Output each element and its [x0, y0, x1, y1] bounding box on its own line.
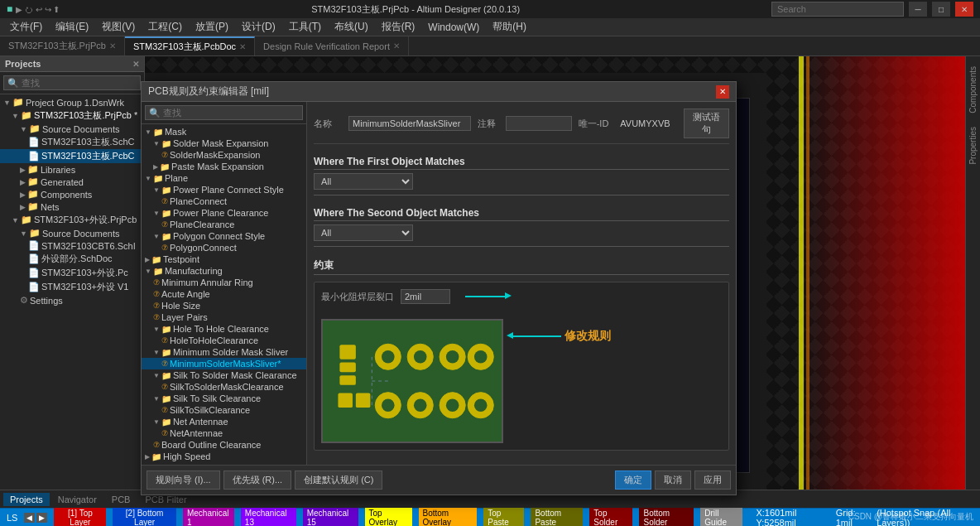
- minimize-button[interactable]: ─: [909, 2, 927, 17]
- rule-solder-exp[interactable]: ▼ 📁 Solder Mask Expansion: [142, 138, 306, 149]
- ok-button[interactable]: 确定: [615, 471, 651, 490]
- rule-hole-size[interactable]: ⑦ Hole Size: [142, 300, 306, 311]
- rule-silk-silk-item[interactable]: ⑦ SilkToSilkClearance: [142, 404, 306, 416]
- menu-file[interactable]: 文件(F): [3, 18, 49, 36]
- rule-net-ant-item[interactable]: ⑦ NetAntennae: [142, 427, 306, 439]
- name-input[interactable]: [348, 116, 471, 131]
- tab-close-icon[interactable]: ✕: [109, 41, 116, 51]
- menu-help[interactable]: 帮助(H): [486, 18, 533, 36]
- tree-item-pcbc[interactable]: 📄 STM32F103主板.PcbC: [0, 149, 144, 163]
- tree-item-ext-sch[interactable]: 📄 外设部分.SchDoc: [0, 252, 144, 266]
- tab-drc-close-icon[interactable]: ✕: [393, 41, 400, 51]
- priority-button[interactable]: 优先级 (R)...: [223, 471, 292, 490]
- tree-item-nets[interactable]: ▶ 📁 Nets: [0, 200, 144, 213]
- rule-silk-solder-cl[interactable]: ▼ 📁 Silk To Solder Mask Clearance: [142, 369, 306, 381]
- tree-item-ext-pcb[interactable]: 📄 STM32F103+外设.Pc: [0, 266, 144, 280]
- menu-reports[interactable]: 报告(R): [375, 18, 422, 36]
- rule-min-solder-item[interactable]: ⑦ MinimumSolderMaskSliver*: [142, 358, 306, 369]
- layer-mech15-button[interactable]: Mechanical 15: [303, 508, 358, 527]
- menu-edit[interactable]: 编辑(E): [49, 18, 95, 36]
- rule-min-solder[interactable]: ▼ 📁 Minimum Solder Mask Sliver: [142, 346, 306, 358]
- rule-hole-clearance[interactable]: ▼ 📁 Hole To Hole Clearance: [142, 323, 306, 335]
- comment-input[interactable]: [506, 116, 572, 131]
- where-second-select[interactable]: All: [314, 224, 413, 241]
- tab-drc[interactable]: Design Rule Verification Report ✕: [255, 36, 409, 55]
- maximize-button[interactable]: □: [932, 2, 950, 17]
- layer-topsolder-button[interactable]: Top Solder: [589, 508, 632, 527]
- tab-pcbdoc[interactable]: STM32F103主板.PcbDoc ✕: [125, 36, 255, 55]
- sidebar-search-input[interactable]: [3, 75, 141, 90]
- tree-item-ext-source[interactable]: ▼ 📁 Source Documents: [0, 227, 144, 239]
- test-btn[interactable]: 测试语句: [684, 109, 730, 138]
- right-tab-properties[interactable]: Properties: [967, 120, 979, 171]
- menu-tools[interactable]: 工具(T): [282, 18, 328, 36]
- tree-item-generated[interactable]: ▶ 📁 Generated: [0, 176, 144, 188]
- tree-item-libraries[interactable]: ▶ 📁 Libraries: [0, 163, 144, 176]
- layer-topoverlay-button[interactable]: Top Overlay: [365, 508, 412, 527]
- min-sliver-input[interactable]: [401, 289, 450, 304]
- menu-place[interactable]: 放置(P): [189, 18, 235, 36]
- nav-prev[interactable]: ◀: [24, 513, 35, 523]
- rule-plane[interactable]: ▼ 📁 Plane: [142, 172, 306, 184]
- title-search-input[interactable]: [771, 2, 904, 17]
- rule-plane-clearance-item[interactable]: ⑦ PlaneClearance: [142, 219, 306, 230]
- rule-testpoint[interactable]: ▶ 📁 Testpoint: [142, 253, 306, 265]
- layer-mech13-button[interactable]: Mechanical 13: [241, 508, 296, 527]
- rules-search-input[interactable]: [145, 105, 303, 120]
- bottom-tab-pcb[interactable]: PCB: [105, 493, 137, 506]
- tree-item-ext-prj[interactable]: ▼ 📁 STM32F103+外设.PrjPcb: [0, 213, 144, 227]
- rule-silk-silk[interactable]: ▼ 📁 Silk To Silk Clearance: [142, 393, 306, 404]
- tree-item-source-docs[interactable]: ▼ 📁 Source Documents: [0, 123, 144, 135]
- tree-item-stm32cbt6[interactable]: 📄 STM32F103CBT6.SchI: [0, 239, 144, 252]
- rule-min-annular[interactable]: ⑦ Minimum Annular Ring: [142, 277, 306, 288]
- layer-botsolder-button[interactable]: Bottom Solder: [639, 508, 694, 527]
- tree-item-project-group[interactable]: ▼ 📁 Project Group 1.DsnWrk: [0, 96, 144, 109]
- menu-view[interactable]: 视图(V): [95, 18, 142, 36]
- layer-botpaste-button[interactable]: Bottom Paste: [531, 508, 583, 527]
- menu-design[interactable]: 设计(D): [235, 18, 282, 36]
- menu-project[interactable]: 工程(C): [142, 18, 189, 36]
- cancel-button[interactable]: 取消: [655, 471, 691, 490]
- rule-hole-clearance-item[interactable]: ⑦ HoleToHoleClearance: [142, 335, 306, 346]
- tab-pcbdoc-close-icon[interactable]: ✕: [239, 42, 246, 51]
- rule-polygon-connect[interactable]: ⑦ PolygonConnect: [142, 242, 306, 253]
- rule-solder-exp-item[interactable]: ⑦ SolderMaskExpansion: [142, 149, 306, 161]
- rules-dialog-close-button[interactable]: ✕: [716, 85, 729, 99]
- create-default-button[interactable]: 创建默认规则 (C): [295, 471, 382, 490]
- menu-route[interactable]: 布线(U): [328, 18, 375, 36]
- menu-window[interactable]: Window(W): [421, 20, 486, 35]
- rule-plane-clearance[interactable]: ▼ 📁 Power Plane Clearance: [142, 207, 306, 219]
- nav-next[interactable]: ▶: [36, 513, 47, 523]
- rule-board-outline[interactable]: ⑦ Board Outline Clearance: [142, 439, 306, 451]
- rule-paste-exp[interactable]: ▶ 📁 Paste Mask Expansion: [142, 161, 306, 172]
- where-first-select[interactable]: All: [314, 173, 413, 190]
- rule-manufacturing[interactable]: ▼ 📁 Manufacturing: [142, 265, 306, 277]
- rule-acute-angle[interactable]: ⑦ Acute Angle: [142, 288, 306, 300]
- bottom-tab-navigator[interactable]: Navigator: [51, 493, 103, 506]
- tree-item-components[interactable]: ▶ 📁 Components: [0, 188, 144, 200]
- tree-item-prjpcb[interactable]: ▼ 📁 STM32F103主板.PrjPcb *: [0, 109, 144, 123]
- apply-button[interactable]: 应用: [694, 471, 731, 490]
- layer-botoverlay-button[interactable]: Bottom Overlay: [419, 508, 478, 527]
- rule-high-speed[interactable]: ▶ 📁 High Speed: [142, 451, 306, 462]
- tree-item-settings[interactable]: ⚙ Settings: [0, 294, 144, 306]
- close-button[interactable]: ✕: [955, 2, 973, 17]
- rule-plane-connect[interactable]: ⑦ PlaneConnect: [142, 195, 306, 207]
- tree-item-schc[interactable]: 📄 STM32F103主板.SchC: [0, 135, 144, 149]
- layer-drillguide-button[interactable]: Drill Guide: [700, 508, 742, 527]
- rule-mask[interactable]: ▼ 📁 Mask: [142, 126, 306, 138]
- rule-net-ant[interactable]: ▼ 📁 Net Antennae: [142, 416, 306, 427]
- rule-layer-pairs[interactable]: ⑦ Layer Pairs: [142, 311, 306, 323]
- layer-top-button[interactable]: [1] Top Layer: [54, 508, 106, 527]
- layer-toppaste-button[interactable]: Top Paste: [483, 508, 524, 527]
- layer-bottom-button[interactable]: [2] Bottom Layer: [113, 508, 176, 527]
- right-tab-components[interactable]: Components: [967, 60, 979, 120]
- layer-mech1-button[interactable]: Mechanical 1: [183, 508, 234, 527]
- rule-plane-connect-style[interactable]: ▼ 📁 Power Plane Connect Style: [142, 184, 306, 195]
- rule-polygon-style[interactable]: ▼ 📁 Polygon Connect Style: [142, 230, 306, 242]
- bottom-tab-projects[interactable]: Projects: [3, 493, 50, 506]
- tab-projects[interactable]: STM32F103主板.PrjPcb ✕: [0, 36, 125, 55]
- rule-silk-solder-cl-item[interactable]: ⑦ SilkToSolderMaskClearance: [142, 381, 306, 393]
- rule-wizard-button[interactable]: 规则向导 (I)...: [147, 471, 220, 490]
- tree-item-ext-v1[interactable]: 📄 STM32F103+外设 V1: [0, 280, 144, 294]
